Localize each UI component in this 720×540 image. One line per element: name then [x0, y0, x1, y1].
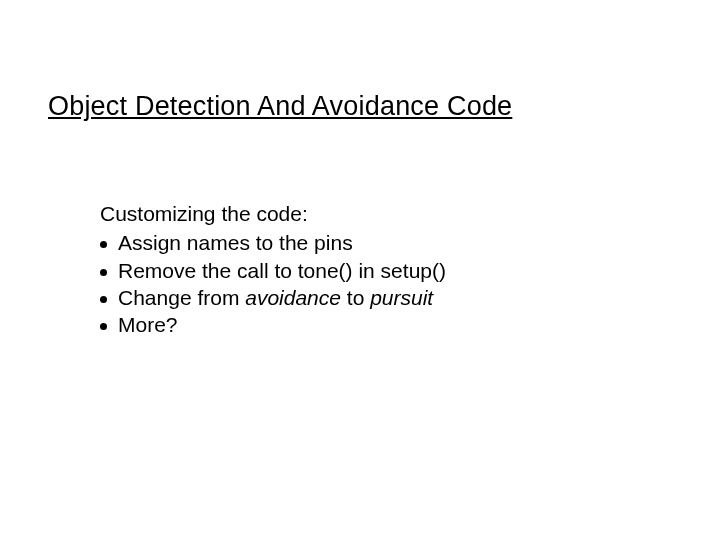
list-item: Change from avoidance to pursuit — [100, 284, 446, 311]
text-plain: Change from — [118, 286, 245, 309]
list-item: Remove the call to tone() in setup() — [100, 257, 446, 284]
text-plain: Assign names to the pins — [118, 231, 353, 254]
list-item-text: Remove the call to tone() in setup() — [118, 259, 446, 282]
text-plain: to — [341, 286, 370, 309]
list-item: More? — [100, 311, 446, 338]
list-item-text: Assign names to the pins — [118, 231, 353, 254]
slide: Object Detection And Avoidance Code Cust… — [0, 0, 720, 540]
bullet-icon — [100, 296, 107, 303]
bullet-icon — [100, 323, 107, 330]
text-plain: Remove the call to tone() in setup() — [118, 259, 446, 282]
bullet-icon — [100, 241, 107, 248]
slide-body: Customizing the code: Assign names to th… — [100, 200, 446, 338]
list-item: Assign names to the pins — [100, 229, 446, 256]
text-italic: pursuit — [370, 286, 433, 309]
slide-title: Object Detection And Avoidance Code — [48, 92, 512, 122]
list-item-text: Change from avoidance to pursuit — [118, 286, 433, 309]
list-item-text: More? — [118, 313, 178, 336]
bullet-list: Assign names to the pins Remove the call… — [100, 229, 446, 338]
text-plain: More? — [118, 313, 178, 336]
text-italic: avoidance — [245, 286, 341, 309]
bullet-icon — [100, 269, 107, 276]
lead-text: Customizing the code: — [100, 200, 446, 227]
